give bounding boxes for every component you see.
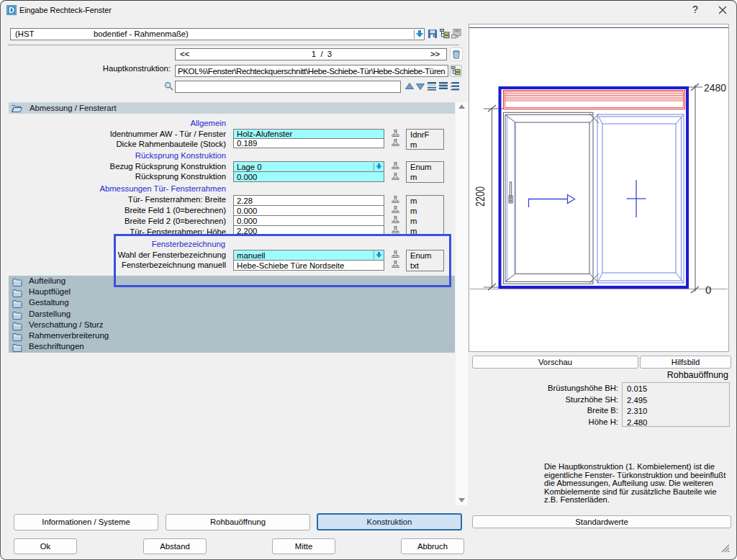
svg-text:D: D bbox=[9, 6, 14, 14]
svg-text:2480: 2480 bbox=[704, 82, 726, 94]
svg-text:2200: 2200 bbox=[474, 186, 487, 207]
svg-text:0: 0 bbox=[705, 284, 711, 296]
